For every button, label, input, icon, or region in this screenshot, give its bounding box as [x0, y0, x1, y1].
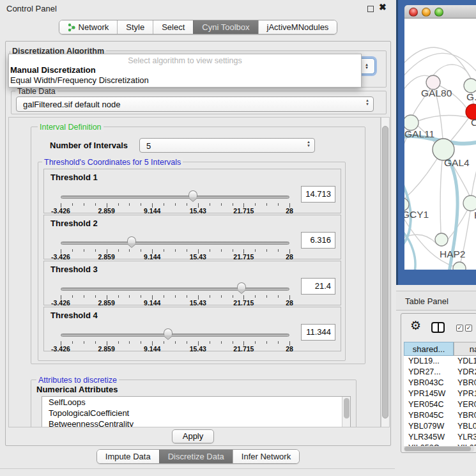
threshold-2-box: Threshold 2-3.4262.8599.14415.4321.71528…: [43, 215, 341, 259]
network-canvas[interactable]: GAL80G.CGAL11GAL4GCY1HHAP2: [404, 19, 476, 270]
list-scrollbar-thumb[interactable]: [344, 398, 349, 418]
tab-network[interactable]: Network: [59, 20, 118, 34]
horizontal-scrollbar[interactable]: [404, 446, 474, 452]
apply-button[interactable]: Apply: [172, 429, 214, 443]
tab-cyni-toolbox[interactable]: Cyni Toolbox: [193, 20, 257, 34]
list-item[interactable]: BetweennessCentrality: [42, 418, 350, 427]
slider-track[interactable]: [61, 196, 289, 199]
slider-track[interactable]: [61, 288, 289, 291]
table-panel-title: Table Panel: [405, 296, 449, 306]
threshold-value-field[interactable]: 6.316: [301, 232, 335, 249]
table-panel: ⚙ ✓ ✓ shared...name YDL19...YDL19...YDR2…: [401, 313, 476, 453]
slider-handle[interactable]: [127, 236, 136, 247]
table-cell: YDR27...: [454, 367, 476, 378]
network-edge[interactable]: [440, 160, 442, 233]
threshold-value-field[interactable]: 11.344: [301, 324, 335, 341]
table-body: YDL19...YDL19...YDR27...YDR27...YBR043CY…: [404, 356, 476, 446]
table-row[interactable]: YLR345WYLR345W: [404, 432, 476, 443]
table-row[interactable]: YER054CYER054C: [404, 399, 476, 410]
settings-gear-icon[interactable]: ⚙: [410, 318, 421, 333]
list-item[interactable]: TopologicalCoefficient: [42, 408, 350, 418]
horizontal-scrollbar-thumb[interactable]: [404, 447, 471, 451]
network-edge[interactable]: [472, 165, 476, 196]
network-edge[interactable]: [404, 158, 438, 202]
slider-track[interactable]: [61, 334, 289, 337]
table-row[interactable]: YBR043CYBR043C: [404, 378, 476, 388]
split-columns-icon[interactable]: [431, 322, 445, 333]
tab-style[interactable]: Style: [117, 20, 153, 34]
network-edge[interactable]: [404, 53, 476, 79]
checkbox-icon[interactable]: ✓: [465, 325, 472, 332]
slider-handle[interactable]: [237, 282, 246, 293]
network-node[interactable]: [463, 196, 476, 211]
table-data-combobox[interactable]: galFiltered.sif default node ▲▼: [16, 96, 374, 112]
minor-tick: [118, 341, 119, 344]
minor-tick: [210, 203, 210, 206]
settings-scroll-viewport: Interval Definition Number of Intervals …: [8, 117, 381, 427]
table-data-title: Table Data: [15, 87, 58, 96]
vertical-scrollbar-thumb[interactable]: [382, 126, 388, 418]
tick-label: 15.43: [190, 253, 206, 261]
table-row[interactable]: YPR145WYPR145W: [404, 388, 476, 399]
bottom-tab-impute-data[interactable]: Impute Data: [97, 450, 159, 463]
minor-tick: [187, 341, 187, 344]
zoom-light-green[interactable]: [434, 8, 443, 17]
number-of-intervals-combobox[interactable]: 5 ▲▼: [139, 138, 315, 153]
table-cell: YBR043C: [454, 378, 476, 388]
minimize-light-yellow[interactable]: [422, 8, 431, 17]
float-window-icon[interactable]: [367, 6, 374, 12]
minor-tick: [175, 341, 176, 344]
app-root: Control Panel ✖ NetworkStyleSelectCyni T…: [0, 0, 476, 476]
table-cell: YLR345W: [404, 432, 454, 443]
list-item[interactable]: SelfLoops: [42, 397, 350, 408]
minor-tick: [266, 249, 267, 252]
tick-label: -3.426: [51, 253, 70, 261]
minor-tick: [72, 203, 73, 206]
threshold-value-field[interactable]: 21.4: [301, 278, 335, 295]
algorithm-option-manual[interactable]: Manual Discretization: [9, 65, 361, 75]
tab-select[interactable]: Select: [153, 20, 193, 34]
vertical-scrollbar[interactable]: [381, 117, 390, 427]
minor-tick: [255, 249, 256, 252]
network-graph[interactable]: GAL80G.CGAL11GAL4GCY1HHAP2: [404, 19, 476, 270]
close-light-red[interactable]: [409, 8, 418, 17]
checkbox-icon[interactable]: ✓: [456, 325, 463, 332]
table-row[interactable]: YDR27...YDR27...: [404, 367, 476, 378]
column-header[interactable]: name: [454, 342, 476, 356]
network-window-titlebar[interactable]: [404, 5, 476, 19]
close-icon[interactable]: ✖: [379, 2, 387, 12]
bottom-tab-infer-network[interactable]: Infer Network: [233, 450, 299, 463]
tab-jactivemnodules[interactable]: jActiveMNodules: [258, 20, 337, 34]
slider-track[interactable]: [61, 242, 289, 245]
control-panel-titlebar: Control Panel ✖: [0, 0, 396, 17]
algorithm-option-equal-width[interactable]: Equal Width/Frequency Discretization: [9, 75, 361, 86]
combo-stepper-icon[interactable]: ▲▼: [360, 59, 373, 73]
column-header[interactable]: shared...: [404, 342, 454, 356]
tick-label: -3.426: [51, 207, 70, 215]
network-node[interactable]: [464, 79, 476, 93]
combo-stepper-icon[interactable]: ▲▼: [365, 99, 369, 106]
minor-tick: [278, 341, 279, 344]
table-cell: YBR045C: [454, 410, 476, 421]
minor-tick: [266, 341, 267, 344]
network-node[interactable]: [435, 233, 448, 246]
bottom-tab-discretize-data[interactable]: Discretize Data: [159, 450, 233, 463]
node-label: GAL80: [421, 88, 452, 98]
slider-handle[interactable]: [188, 190, 197, 201]
combo-stepper-icon[interactable]: ▲▼: [307, 141, 311, 148]
table-row[interactable]: YBL079WYBL079W: [404, 421, 476, 432]
minor-tick: [255, 203, 256, 206]
network-node[interactable]: [453, 262, 466, 270]
table-header-row: shared...name: [404, 342, 476, 356]
network-edge[interactable]: [433, 65, 471, 79]
cyni-toolbox-panel: Discretization Algorithm ▲▼ Table Data g…: [5, 41, 391, 446]
algorithm-dropdown-popup: Select algorithm to view settings Manual…: [8, 54, 362, 88]
numerical-attributes-list[interactable]: SelfLoopsTopologicalCoefficientBetweenne…: [42, 396, 351, 427]
threshold-value-field[interactable]: 14.713: [301, 186, 335, 203]
slider-handle[interactable]: [164, 328, 173, 339]
table-row[interactable]: YDL19...YDL19...: [404, 356, 476, 367]
network-edge[interactable]: [450, 118, 469, 142]
list-scrollbar[interactable]: [342, 397, 350, 427]
network-edge[interactable]: [404, 47, 471, 79]
table-row[interactable]: YBR045CYBR045C: [404, 410, 476, 421]
